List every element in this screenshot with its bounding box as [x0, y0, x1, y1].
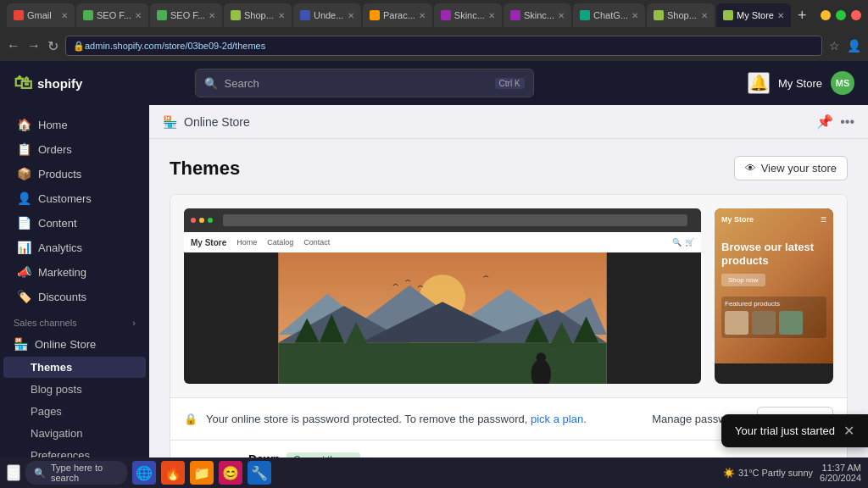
sidebar-label-marketing: Marketing [38, 266, 86, 279]
sidebar-sub-navigation[interactable]: Navigation [3, 423, 146, 444]
tab-close-icon[interactable]: ✕ [209, 11, 215, 20]
tab-skinc1[interactable]: Skinc... ✕ [434, 3, 502, 27]
sidebar-label-online-store: Online Store [35, 338, 96, 351]
tab-seo1[interactable]: SEO F... ✕ [76, 3, 148, 27]
star-icon[interactable]: ☆ [829, 39, 840, 53]
preferences-sub-label: Preferences [31, 449, 90, 458]
sidebar-item-orders[interactable]: 📋 Orders [3, 137, 146, 161]
sidebar-item-analytics[interactable]: 📊 Analytics [3, 236, 146, 259]
sidebar-label-content: Content [38, 217, 77, 230]
tab-shop1[interactable]: Shop... ✕ [224, 3, 292, 27]
sidebar-item-content[interactable]: 📄 Content [3, 211, 146, 235]
tab-list: Gmail ✕ SEO F... ✕ SEO F... ✕ Shop... ✕ … [7, 3, 817, 27]
preview-nav-home: Home [236, 238, 257, 247]
tab-close-icon[interactable]: ✕ [348, 11, 354, 20]
url-text: admin.shopify.com/store/03be09-2d/themes [85, 41, 265, 51]
sidebar-item-products[interactable]: 📦 Products [3, 162, 146, 186]
tab-close-icon[interactable]: ✕ [777, 11, 784, 20]
sidebar-item-home[interactable]: 🏠 Home [3, 113, 146, 136]
tab-close-icon[interactable]: ✕ [632, 11, 638, 20]
sidebar-item-customers[interactable]: 👤 Customers [3, 186, 146, 210]
sales-channels-section: Sales channels › [0, 309, 149, 331]
tab-chatg[interactable]: ChatG... ✕ [573, 3, 645, 27]
sidebar-sub-pages[interactable]: Pages [3, 401, 146, 422]
lock-icon: 🔒 [184, 413, 198, 425]
more-options-button[interactable]: ••• [840, 114, 854, 130]
tab-skinc2[interactable]: Skinc... ✕ [504, 3, 571, 27]
tab-gmail[interactable]: Gmail ✕ [7, 3, 75, 27]
mobile-preview: My Store ☰ Browse our latest products Sh… [715, 208, 833, 384]
preview-browser-bar [184, 208, 701, 232]
mobile-preview-content: My Store ☰ Browse our latest products Sh… [715, 208, 833, 363]
online-store-header-title: Online Store [184, 115, 250, 129]
window-maximize-button[interactable] [836, 10, 846, 20]
tab-favicon [83, 10, 93, 20]
tab-seo2[interactable]: SEO F... ✕ [150, 3, 222, 27]
landscape-scene [184, 252, 701, 384]
tab-close-icon[interactable]: ✕ [558, 11, 565, 20]
sidebar: 🏠 Home 📋 Orders 📦 Products 👤 Customers 📄… [0, 105, 149, 458]
search-bar[interactable]: 🔍 Search Ctrl K [195, 69, 534, 97]
store-name-label: My Store [778, 77, 822, 90]
svg-rect-9 [278, 343, 607, 384]
tab-favicon [14, 10, 24, 20]
profile-icon[interactable]: 👤 [847, 39, 861, 53]
mobile-product-3 [779, 311, 803, 335]
tab-shop2[interactable]: Shop... ✕ [647, 3, 715, 27]
refresh-button[interactable]: ↻ [47, 38, 58, 54]
online-store-sidebar-icon: 🏪 [14, 337, 28, 351]
tab-label: Unde... [314, 10, 343, 20]
shopify-logo: 🛍 shopify [14, 72, 82, 94]
mobile-product-2 [752, 311, 776, 335]
window-close-button[interactable] [851, 10, 861, 20]
notifications-button[interactable]: 🔔 [748, 72, 770, 94]
tab-close-icon[interactable]: ✕ [701, 11, 708, 20]
sidebar-item-online-store[interactable]: 🏪 Online Store [3, 332, 146, 356]
themes-header: Themes 👁 View your store [170, 156, 848, 180]
sales-channels-expand-icon[interactable]: › [132, 318, 136, 328]
new-tab-button[interactable]: + [793, 7, 812, 25]
tab-label: Gmail [27, 10, 52, 20]
online-store-subheader: 🏪 Online Store 📌 ••• [149, 105, 868, 139]
preview-dot-red [191, 218, 196, 223]
view-store-label: View your store [761, 162, 837, 175]
url-input[interactable]: 🔒 admin.shopify.com/store/03be09-2d/them… [65, 36, 822, 56]
content-icon: 📄 [17, 216, 31, 230]
tab-close-icon[interactable]: ✕ [488, 11, 495, 20]
tab-close-icon[interactable]: ✕ [61, 11, 68, 20]
preview-nav-catalog: Catalog [267, 238, 293, 247]
tab-mystore[interactable]: My Store ✕ [716, 3, 791, 27]
window-minimize-button[interactable] [821, 10, 831, 20]
trial-toast-close-button[interactable]: ✕ [843, 423, 854, 439]
browser-tab-bar: Gmail ✕ SEO F... ✕ SEO F... ✕ Shop... ✕ … [0, 0, 868, 30]
pin-button[interactable]: 📌 [816, 114, 833, 130]
pick-plan-link[interactable]: pick a plan. [531, 413, 587, 425]
sidebar-item-marketing[interactable]: 📣 Marketing [3, 260, 146, 284]
cart-nav-icon: 🛒 [685, 238, 694, 247]
sidebar-sub-blog-posts[interactable]: Blog posts [3, 379, 146, 400]
lock-icon: 🔒 [73, 41, 85, 52]
sidebar-sub-themes[interactable]: Themes [3, 357, 146, 378]
mobile-product-1 [725, 311, 748, 335]
svg-point-17 [536, 352, 546, 363]
tab-label: Parac... [383, 10, 415, 20]
tab-close-icon[interactable]: ✕ [419, 11, 426, 20]
avatar-button[interactable]: MS [831, 71, 854, 95]
sidebar-sub-preferences[interactable]: Preferences [3, 445, 146, 458]
navigation-sub-label: Navigation [31, 427, 82, 440]
view-store-button[interactable]: 👁 View your store [734, 156, 848, 180]
sidebar-item-discounts[interactable]: 🏷️ Discounts [3, 285, 146, 308]
tab-unde[interactable]: Unde... ✕ [293, 3, 361, 27]
preview-nav: My Store Home Catalog Contact 🔍 🛒 [184, 232, 701, 252]
tab-parac[interactable]: Parac... ✕ [363, 3, 432, 27]
tab-close-icon[interactable]: ✕ [278, 11, 285, 20]
sidebar-label-home: Home [38, 119, 68, 131]
tab-label: Shop... [667, 10, 697, 20]
password-description: Your online store is password protected.… [206, 413, 527, 425]
store-name-button[interactable]: My Store [778, 77, 822, 90]
forward-button[interactable]: → [27, 38, 41, 53]
tab-favicon [510, 10, 520, 20]
sidebar-label-products: Products [38, 168, 81, 180]
back-button[interactable]: ← [7, 38, 20, 53]
tab-close-icon[interactable]: ✕ [135, 11, 142, 20]
